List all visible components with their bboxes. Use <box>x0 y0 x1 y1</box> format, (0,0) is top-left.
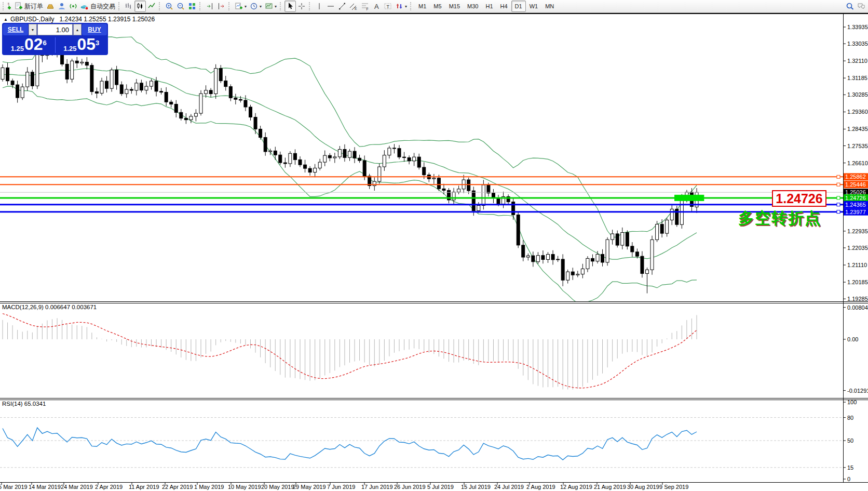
trendline-tool-button[interactable] <box>336 1 348 12</box>
level-line-handle[interactable] <box>837 183 840 186</box>
zoom-out-icon <box>177 2 185 10</box>
zoom-in-button[interactable] <box>164 1 175 12</box>
tab-tf-m1[interactable]: M1 <box>415 1 430 12</box>
svg-text:1.22935: 1.22935 <box>847 228 868 234</box>
shapes-menu-button[interactable]: ▾ <box>394 1 409 12</box>
svg-text:1.24726: 1.24726 <box>845 195 866 201</box>
svg-text:1.31185: 1.31185 <box>847 75 867 81</box>
chat-button[interactable] <box>856 1 867 12</box>
toolbar-group-grip[interactable] <box>280 2 282 10</box>
sell-button[interactable]: SELL <box>3 24 28 35</box>
candle-body <box>596 254 599 261</box>
svg-text:1.23977: 1.23977 <box>845 209 866 215</box>
candle-body <box>670 209 673 220</box>
price-annotation-box[interactable]: 1.24726 <box>772 190 826 207</box>
date-tick-label: 24 Jul 2019 <box>494 484 524 490</box>
candle-body <box>100 81 103 93</box>
crosshair-tool-button[interactable] <box>296 1 307 12</box>
bar-chart-button[interactable] <box>123 1 134 12</box>
toolbar-group-grip[interactable] <box>228 2 231 10</box>
volume-decrease-button[interactable]: ▼ <box>29 24 37 35</box>
tab-tf-w1[interactable]: W1 <box>526 1 542 12</box>
level-line-handle[interactable] <box>837 175 840 178</box>
periods-menu-button[interactable]: ▾ <box>248 1 263 12</box>
level-line-handle[interactable] <box>837 203 840 206</box>
level-line-handle[interactable] <box>837 210 840 214</box>
main-price-pane[interactable] <box>1 30 698 303</box>
rsi-pane[interactable] <box>0 418 843 468</box>
search-button[interactable] <box>844 1 856 12</box>
autotrading-button[interactable]: 自动交易 <box>79 1 117 12</box>
date-tick-label: 11 Apr 2019 <box>129 484 159 490</box>
candlestick-chart-button[interactable] <box>134 1 146 12</box>
market-button[interactable] <box>45 1 56 12</box>
buy-button[interactable]: BUY <box>82 24 107 35</box>
tile-windows-button[interactable] <box>186 1 198 12</box>
highlight-zone[interactable] <box>674 195 704 201</box>
indicators-menu-button[interactable]: ▾ <box>233 1 248 12</box>
horizontal-level-lines[interactable] <box>0 175 843 213</box>
toolbar-group-grip[interactable] <box>159 2 161 10</box>
toolbar-group-grip[interactable] <box>309 2 311 10</box>
horizontal-line-tool-button[interactable] <box>325 1 336 12</box>
zoom-out-button[interactable] <box>175 1 186 12</box>
new-chart-icon <box>7 2 11 10</box>
bid-prefix: 1.25 <box>11 45 24 52</box>
svg-text:0: 0 <box>847 476 850 482</box>
new-chart-button[interactable] <box>7 1 13 12</box>
candle-body <box>591 258 594 261</box>
svg-text:80: 80 <box>847 415 853 421</box>
label-tool-button[interactable]: T <box>382 1 394 12</box>
vertical-line-tool-button[interactable] <box>314 1 325 12</box>
candle-body <box>656 224 659 240</box>
cursor-tool-button[interactable] <box>284 1 296 12</box>
bid-price[interactable]: 1.25 02 6 <box>3 36 55 54</box>
chevron-down-icon[interactable]: ▾ <box>260 4 262 9</box>
text-tool-button[interactable]: A <box>371 1 382 12</box>
tab-tf-m30[interactable]: M30 <box>464 1 482 12</box>
date-axis[interactable]: 5 Mar 201914 Mar 201924 Mar 20192 Apr 20… <box>0 483 688 490</box>
toolbar-group-grip[interactable] <box>3 2 5 10</box>
ask-price[interactable]: 1.25 05 3 <box>56 36 107 54</box>
chart-chrome <box>0 13 868 483</box>
candle-body <box>616 234 619 245</box>
volume-increase-button[interactable]: ▲ <box>73 24 82 35</box>
turning-point-text[interactable]: 多空转折点 <box>738 208 821 229</box>
auto-scroll-button[interactable] <box>204 1 215 12</box>
toolbar-group-grip[interactable] <box>410 2 413 10</box>
new-order-button[interactable]: 新订单 <box>13 1 45 12</box>
date-tick-label: 10 May 2019 <box>228 484 261 490</box>
chart-canvas[interactable]: 1.339351.330351.321101.311851.302851.293… <box>0 0 868 491</box>
community-button[interactable] <box>56 1 67 12</box>
chevron-down-icon[interactable]: ▾ <box>245 4 247 9</box>
toolbar-group-grip[interactable] <box>118 2 121 10</box>
tab-tf-mn[interactable]: MN <box>541 1 558 12</box>
macd-pane[interactable] <box>3 314 697 390</box>
toolbar-group-grip[interactable] <box>199 2 202 10</box>
candle-body <box>65 64 69 79</box>
tab-tf-h1[interactable]: H1 <box>482 1 496 12</box>
signals-button[interactable] <box>67 1 79 12</box>
tab-tf-m15[interactable]: M15 <box>445 1 464 12</box>
ask-big-digits: 05 <box>77 35 96 54</box>
chevron-down-icon[interactable]: ▾ <box>275 4 277 9</box>
svg-text:0.008044: 0.008044 <box>847 304 868 311</box>
indicators-menu-icon <box>235 2 243 10</box>
candle-body <box>11 81 14 85</box>
candle-body <box>398 149 401 157</box>
price-axis[interactable]: 1.339351.330351.321101.311851.302851.293… <box>843 24 868 482</box>
svg-text:1.25862: 1.25862 <box>845 174 866 180</box>
templates-menu-button[interactable]: ▾ <box>263 1 278 12</box>
chart-shift-button[interactable] <box>215 1 227 12</box>
tab-tf-m5[interactable]: M5 <box>430 1 445 12</box>
tab-tf-h4[interactable]: H4 <box>497 1 511 12</box>
fibonacci-tool-button[interactable]: F <box>359 1 371 12</box>
chevron-down-icon[interactable]: ▾ <box>405 4 407 9</box>
svg-text:1.33035: 1.33035 <box>847 41 868 47</box>
collapse-triangle-icon[interactable]: ▲ <box>4 17 8 22</box>
channel-tool-button[interactable]: E <box>348 1 359 12</box>
line-chart-button[interactable] <box>146 1 157 12</box>
level-line-handle[interactable] <box>837 196 840 200</box>
volume-input[interactable] <box>37 24 73 35</box>
tab-tf-d1[interactable]: D1 <box>511 1 526 12</box>
